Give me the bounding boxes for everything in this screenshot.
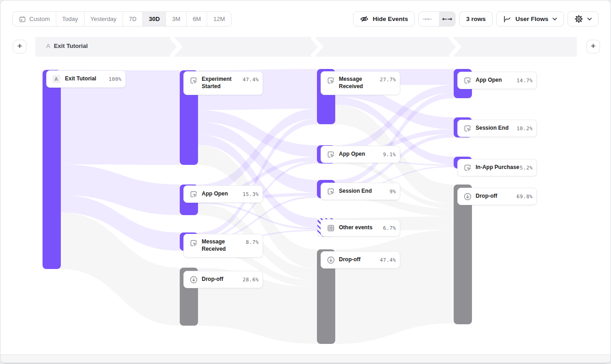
node-app-open-step3[interactable]: App Open 9.1% <box>321 146 400 163</box>
node-percent: 8.7% <box>246 239 259 245</box>
node-label: Message Received <box>339 76 375 90</box>
bottom-scrollbar-track[interactable] <box>0 354 611 364</box>
node-app-open-step4[interactable]: App Open 14.7% <box>457 72 537 89</box>
step-a-badge: A <box>52 75 60 83</box>
node-exit-tutorial[interactable]: A Exit Tutorial 100% <box>46 70 126 88</box>
node-percent: 27.7% <box>380 77 396 83</box>
node-percent: 9.1% <box>383 152 397 158</box>
node-label: Experiment Started <box>202 76 237 90</box>
node-session-end-step4[interactable]: Session End 10.2% <box>457 120 537 137</box>
node-label: App Open <box>476 77 502 84</box>
node-percent: 5.2% <box>520 165 533 171</box>
bar-drop-off-step4[interactable] <box>454 185 472 324</box>
event-icon <box>189 76 198 85</box>
sankey-flow-ribbons <box>0 0 611 364</box>
event-icon <box>463 76 472 85</box>
node-label: Message Received <box>202 238 237 253</box>
node-session-end-step3[interactable]: Session End 9% <box>321 183 400 200</box>
node-percent: 9% <box>390 189 396 195</box>
node-experiment-started[interactable]: Experiment Started 47.4% <box>183 71 263 95</box>
node-label: In-App Purchase <box>476 164 519 171</box>
node-drop-off-step3[interactable]: Drop-off 47.4% <box>321 251 400 269</box>
node-label: App Open <box>202 190 228 198</box>
grid-icon <box>327 224 335 232</box>
node-percent: 69.8% <box>516 194 533 200</box>
node-message-received-step3[interactable]: Message Received 27.7% <box>321 71 400 95</box>
node-percent: 10.2% <box>516 126 533 132</box>
node-label: Session End <box>339 188 372 195</box>
node-percent: 28.6% <box>242 277 259 283</box>
node-drop-off-step4[interactable]: Drop-off 69.8% <box>457 188 537 205</box>
node-label: Exit Tutorial <box>65 75 96 83</box>
event-icon <box>327 187 335 196</box>
event-icon <box>327 150 335 159</box>
node-app-open-step2[interactable]: App Open 15.3% <box>183 185 263 203</box>
node-percent: 100% <box>109 76 122 82</box>
drop-off-icon <box>189 275 198 284</box>
node-percent: 47.4% <box>242 77 259 83</box>
node-label: Drop-off <box>339 256 360 264</box>
user-flows-app: Custom Today Yesterday 7D 30D 3M 6M 12M … <box>0 0 611 364</box>
node-label: Session End <box>476 125 509 132</box>
node-percent: 6.7% <box>383 225 397 231</box>
drop-off-icon <box>327 256 335 264</box>
node-label: App Open <box>339 151 365 158</box>
node-label: Other events <box>339 224 372 232</box>
event-icon <box>189 190 198 199</box>
node-percent: 47.4% <box>380 257 396 263</box>
node-percent: 15.3% <box>242 191 259 197</box>
node-other-events-step3[interactable]: Other events 6.7% <box>321 219 400 237</box>
node-label: Drop-off <box>476 193 497 200</box>
node-percent: 14.7% <box>516 78 533 84</box>
node-label: Drop-off <box>202 276 223 283</box>
event-icon <box>189 239 198 248</box>
drop-off-icon <box>463 192 472 201</box>
bar-exit-tutorial[interactable] <box>43 70 61 269</box>
event-icon <box>327 76 335 85</box>
event-icon <box>463 164 472 172</box>
node-in-app-purchase-step4[interactable]: In-App Purchase 5.2% <box>457 159 537 176</box>
event-icon <box>463 124 472 133</box>
node-drop-off-step2[interactable]: Drop-off 28.6% <box>183 271 263 288</box>
node-message-received-step2[interactable]: Message Received 8.7% <box>183 234 263 258</box>
